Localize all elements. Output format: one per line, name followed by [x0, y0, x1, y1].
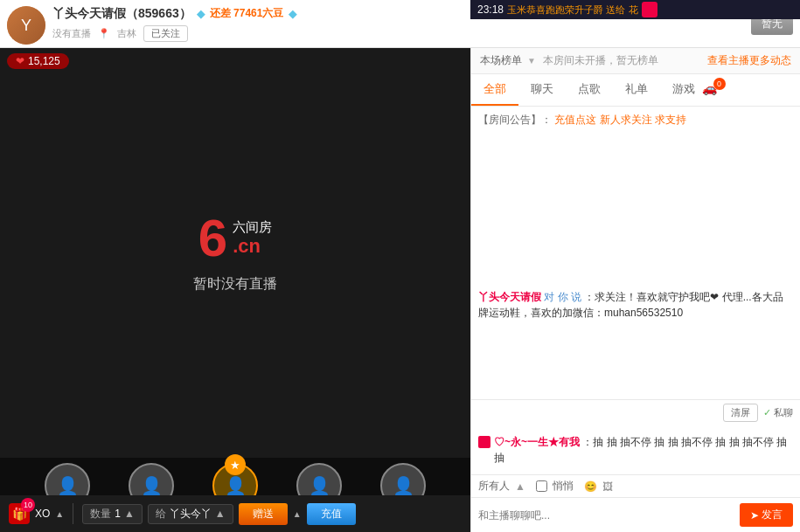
announcement-link-2[interactable]: 新人求关注 [600, 114, 652, 126]
clear-button[interactable]: 清屏 [723, 404, 758, 422]
give-label: 给 [156, 507, 166, 522]
star-icon: ★ [225, 454, 246, 475]
header: 23:18 玉米恭喜跑跑荣升子爵 送给 花 Y 丫头今天请假（859663） ◆… [0, 0, 800, 48]
chat-area: 本场榜单 ▼ 本房间未开播，暂无榜单 查看主播更多动态 全部 聊天 点歌 礼单 [470, 48, 800, 532]
send-button[interactable]: ➤ 发言 [740, 503, 793, 527]
msg-user-2: ♡~永~一生★有我 [494, 436, 580, 448]
chat-input-row: ➤ 发言 [471, 497, 800, 532]
all-users-label: 所有人 [478, 479, 510, 494]
logo-number: 6 [198, 212, 227, 265]
qty-value: 1 [115, 508, 121, 520]
send-label: 发言 [762, 508, 783, 522]
avatar[interactable]: Y [7, 6, 45, 45]
tab-all[interactable]: 全部 [471, 74, 518, 106]
send-gift-button[interactable]: 赠送 [239, 503, 288, 525]
flower-gift-icon [642, 2, 657, 17]
announcement: 【房间公告】： 充值点这 新人求关注 求支持 [478, 112, 793, 128]
debt-label: 还差 77461六豆 [210, 6, 284, 21]
chat-messages: 【房间公告】： 充值点这 新人求关注 求支持 丫头今天请假 对 你 说 ：求关注… [471, 107, 800, 399]
private-label: 私聊 [774, 406, 793, 419]
qty-label: 数量 [90, 507, 111, 522]
follow-button[interactable]: 已关注 [143, 25, 188, 42]
brand-logo: 6 六间房 .cn [198, 212, 272, 265]
give-select[interactable]: 给 丫头今丫 ▲ [148, 504, 233, 524]
send-gift-arrow[interactable]: ▲ [293, 509, 302, 519]
rank-bar: 本场榜单 ▼ 本房间未开播，暂无榜单 查看主播更多动态 [471, 48, 800, 74]
qty-control[interactable]: 数量 1 ▲ [82, 504, 143, 524]
msg-icon-red [478, 436, 490, 448]
location-icon: 📍 [98, 28, 110, 39]
chat-message-1: 丫头今天请假 对 你 说 ：求关注！喜欢就守护我吧❤ 代理...各大品牌运动鞋，… [478, 289, 793, 321]
announcement-prefix: 【房间公告】： [478, 114, 552, 126]
main-layout: ❤ 15,125 6 六间房 .cn 暂时没有直播 [0, 48, 800, 532]
header-notification: 23:18 玉米恭喜跑跑荣升子爵 送给 花 [470, 0, 800, 19]
gift-badge-container: 🎁 10 [9, 503, 30, 524]
no-broadcast-label: 没有直播 [52, 27, 91, 40]
video-content: 6 六间房 .cn 暂时没有直播 [0, 48, 470, 458]
viewer-number: 15,125 [28, 55, 60, 67]
bottom-bar: 🎁 10 XO ▲ 数量 1 ▲ 给 丫头今丫 ▲ 赠送 ▲ 充值 [0, 495, 470, 532]
chat-input[interactable] [478, 509, 736, 522]
give-target: 丫头今丫 [170, 507, 212, 522]
qty-arrow-up[interactable]: ▲ [124, 508, 135, 520]
rank-arrow-down[interactable]: ▼ [527, 56, 536, 66]
send-arrow-icon: ➤ [750, 509, 759, 522]
streamer-name: 丫头今天请假（859663） [52, 6, 191, 22]
logo-cn: .cn [233, 235, 272, 258]
game-tab-badge: 0 [713, 78, 726, 90]
heart-icon: ❤ [16, 55, 24, 67]
no-stream-text: 暂时没有直播 [193, 275, 277, 294]
tab-song[interactable]: 点歌 [566, 74, 613, 106]
location-text: 吉林 [117, 27, 136, 40]
rank-label: 本场榜单 [480, 53, 522, 68]
logo-brand-text: 六间房 [233, 219, 272, 235]
chat-toolbar: 清屏 ✓ 私聊 [471, 399, 800, 425]
tab-chat[interactable]: 聊天 [518, 74, 566, 106]
header-msg-text: 玉米恭喜跑跑荣升子爵 送给 [507, 3, 625, 17]
separator-1 [73, 503, 73, 524]
announcement-link-1[interactable]: 充值点这 [554, 114, 596, 126]
header-sub: 没有直播 📍 吉林 已关注 [52, 25, 751, 42]
msg-mention-1: 对 你 说 [544, 291, 581, 303]
diamond-icon-2: ◆ [289, 8, 296, 20]
rank-link[interactable]: 查看主播更多动态 [707, 53, 791, 68]
recharge-button[interactable]: 充值 [307, 503, 356, 525]
all-users-row: 所有人 ▲ 悄悄 😊 🖼 [471, 474, 800, 497]
chat-message-2: ♡~永~一生★有我 ：抽 抽 抽不停 抽 抽 抽不停 抽 抽 抽不停 抽 抽 [471, 431, 800, 469]
tab-gift[interactable]: 礼单 [613, 74, 660, 106]
msg-user-1: 丫头今天请假 [478, 291, 541, 303]
xo-arrow[interactable]: ▲ [55, 509, 64, 519]
private-chat-button[interactable]: ✓ 私聊 [763, 406, 793, 419]
rank-content: 本房间未开播，暂无榜单 [543, 53, 707, 68]
tab-game[interactable]: 游戏 0 🚗 [660, 74, 729, 106]
video-area: ❤ 15,125 6 六间房 .cn 暂时没有直播 [0, 48, 470, 532]
logo-area: 6 六间房 .cn 暂时没有直播 [193, 212, 277, 294]
header-msg-name: 花 [629, 3, 638, 17]
image-icon[interactable]: 🖼 [602, 480, 613, 493]
chat-spacer [478, 128, 793, 286]
announcement-link-3[interactable]: 求支持 [655, 114, 686, 126]
tabs: 全部 聊天 点歌 礼单 游戏 0 🚗 [471, 74, 800, 107]
whisper-checkbox[interactable] [536, 480, 547, 492]
give-arrow-down[interactable]: ▲ [215, 508, 226, 520]
header-time: 23:18 [477, 3, 504, 16]
emoji-icon[interactable]: 😊 [584, 480, 597, 493]
gift-badge: 10 [21, 498, 35, 512]
whisper-label: 悄悄 [553, 479, 574, 494]
xo-label: XO [35, 508, 50, 520]
viewer-count: ❤ 15,125 [7, 53, 69, 69]
diamond-icon: ◆ [197, 8, 205, 20]
check-icon: ✓ [763, 407, 771, 418]
chevron-up-icon[interactable]: ▲ [515, 480, 525, 493]
msg-content-2: ♡~永~一生★有我 ：抽 抽 抽不停 抽 抽 抽不停 抽 抽 抽不停 抽 抽 [494, 434, 793, 466]
